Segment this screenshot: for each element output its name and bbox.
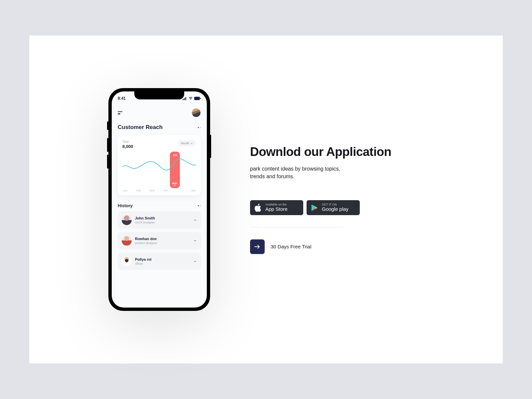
chart-area: 12k MAY ▾ bbox=[122, 152, 196, 188]
list-item-role: product designer bbox=[135, 241, 191, 245]
promo-card: 9:41 Customer Reach bbox=[29, 36, 503, 363]
google-play-icon bbox=[311, 203, 319, 212]
trial-label: 30 Days Free Trial bbox=[271, 244, 312, 249]
list-item-name: Pollya roi bbox=[135, 257, 191, 261]
chart-month: JAN bbox=[123, 190, 127, 192]
page-title: Downlod our Application bbox=[250, 145, 391, 159]
app-store-text: Available on the App Store bbox=[265, 203, 288, 212]
svg-rect-5 bbox=[200, 98, 201, 99]
chart-month: JUN bbox=[191, 190, 196, 192]
trial-row: 30 Days Free Trial bbox=[250, 239, 391, 254]
reach-header: Customer Reach bbox=[112, 121, 207, 134]
promo-content: Downlod our Application park content ide… bbox=[250, 145, 391, 254]
chart-total: Total 8,000 bbox=[122, 140, 133, 149]
phone-screen: 9:41 Customer Reach bbox=[112, 91, 207, 308]
chevron-down-icon bbox=[191, 142, 193, 145]
menu-icon[interactable] bbox=[118, 111, 122, 114]
app-store-button[interactable]: Available on the App Store bbox=[250, 200, 303, 215]
power-button bbox=[210, 135, 211, 158]
history-pager-dots[interactable] bbox=[198, 205, 201, 206]
chart-x-axis: JAN FEB MAR APR MAY JUN bbox=[122, 190, 196, 192]
chart-total-label: Total bbox=[122, 140, 133, 143]
app-topbar bbox=[112, 103, 207, 121]
status-icons bbox=[183, 97, 201, 100]
profile-avatar[interactable] bbox=[192, 108, 201, 117]
list-item-name: John Smith bbox=[135, 216, 191, 220]
chart-month: APR bbox=[164, 190, 168, 192]
svg-rect-2 bbox=[185, 98, 185, 100]
svg-rect-4 bbox=[194, 97, 200, 100]
list-item-name: Rowhan doe bbox=[135, 237, 191, 241]
chart-top: Total 8,000 Month bbox=[122, 140, 196, 149]
more-icon[interactable] bbox=[195, 261, 197, 262]
chevron-down-icon: ▾ bbox=[174, 184, 176, 187]
svg-rect-3 bbox=[186, 97, 186, 100]
battery-icon bbox=[194, 97, 201, 100]
list-item-text: John Smith UIUX Designer bbox=[135, 216, 191, 224]
chart-month: MAR bbox=[150, 190, 155, 192]
list-item[interactable]: John Smith UIUX Designer bbox=[118, 211, 201, 229]
phone-frame: 9:41 Customer Reach bbox=[108, 88, 210, 311]
mute-switch bbox=[107, 121, 108, 130]
list-item-text: Rowhan doe product designer bbox=[135, 237, 191, 245]
list-item[interactable]: Rowhan doe product designer bbox=[118, 232, 201, 249]
google-play-title: Google play bbox=[322, 206, 348, 212]
avatar bbox=[122, 256, 132, 266]
phone-notch bbox=[134, 91, 184, 99]
signal-icon bbox=[183, 97, 187, 100]
volume-up bbox=[107, 138, 108, 152]
status-time: 9:41 bbox=[118, 96, 126, 101]
reach-pager-dots[interactable] bbox=[198, 127, 201, 128]
history-header: History bbox=[112, 200, 207, 211]
apple-icon bbox=[254, 203, 262, 212]
store-buttons: Available on the App Store GET IT ON Goo… bbox=[250, 200, 391, 215]
arrow-right-icon bbox=[254, 244, 260, 249]
svg-rect-0 bbox=[183, 99, 183, 100]
page-subtitle: park content ideas by browsing topics, t… bbox=[250, 165, 391, 180]
history-title: History bbox=[118, 203, 133, 208]
google-play-button[interactable]: GET IT ON Google play bbox=[307, 200, 360, 215]
period-selector[interactable]: Month bbox=[178, 140, 196, 147]
svg-rect-1 bbox=[184, 98, 184, 100]
chart-total-value: 8,000 bbox=[122, 144, 133, 149]
history-list: John Smith UIUX Designer Rowhan doe prod… bbox=[112, 211, 207, 270]
more-icon[interactable] bbox=[195, 220, 197, 221]
avatar bbox=[122, 215, 132, 225]
wifi-icon bbox=[189, 97, 193, 100]
phone-mockup: 9:41 Customer Reach bbox=[108, 88, 210, 311]
list-item[interactable]: Pollya roi officer bbox=[118, 253, 201, 270]
period-label: Month bbox=[181, 142, 189, 145]
app-store-title: App Store bbox=[265, 206, 288, 212]
more-icon[interactable] bbox=[195, 240, 197, 241]
trial-button[interactable] bbox=[250, 239, 265, 254]
google-play-text: GET IT ON Google play bbox=[322, 203, 348, 212]
chart-line bbox=[122, 152, 196, 178]
reach-chart-card: Total 8,000 Month 12k MAY ▾ bbox=[118, 135, 201, 195]
list-item-role: UIUX Designer bbox=[135, 221, 191, 224]
volume-down bbox=[107, 155, 108, 169]
avatar bbox=[122, 236, 132, 246]
divider bbox=[250, 227, 343, 227]
chart-month: FEB bbox=[136, 190, 141, 192]
list-item-text: Pollya roi officer bbox=[135, 257, 191, 265]
list-item-role: officer bbox=[135, 262, 191, 265]
reach-title: Customer Reach bbox=[118, 124, 163, 131]
